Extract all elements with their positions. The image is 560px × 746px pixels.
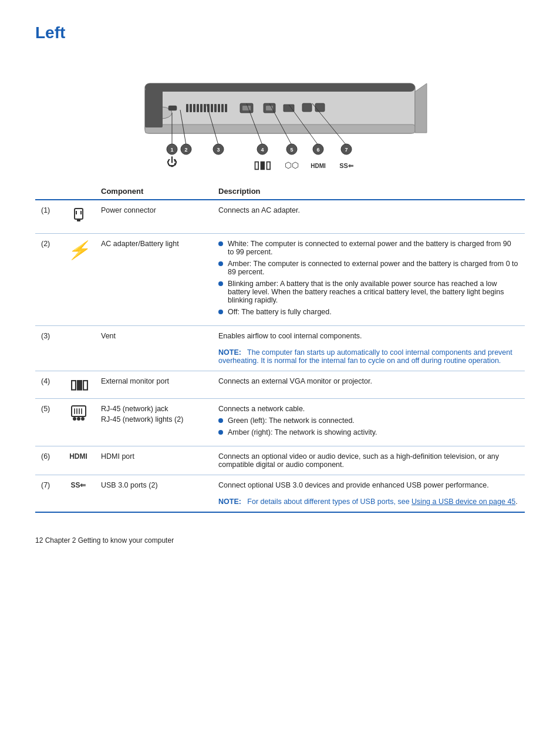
- row-num: (4): [35, 371, 62, 399]
- svg-text:⬡⬡: ⬡⬡: [285, 160, 299, 170]
- bullet-dot: [218, 418, 223, 423]
- svg-rect-15: [218, 104, 220, 112]
- bullet-dot: [218, 310, 223, 314]
- row-icon: [62, 399, 95, 446]
- usb-link[interactable]: Using a USB device on page 45: [411, 498, 515, 506]
- svg-text:SS⇐: SS⇐: [339, 162, 354, 169]
- table-row: (1) Power connector Connects an AC adapt…: [35, 200, 525, 234]
- svg-rect-7: [190, 104, 192, 112]
- svg-rect-63: [81, 408, 82, 414]
- bullet-text: Off: The battery is fully charged.: [228, 308, 332, 316]
- bullet-text: Amber (right): The network is showing ac…: [228, 428, 377, 436]
- row-description: Connects an AC adapter.: [212, 200, 525, 234]
- bullet-dot: [218, 261, 223, 266]
- svg-rect-17: [225, 104, 227, 112]
- row-description: Connects an external VGA monitor or proj…: [212, 371, 525, 399]
- table-row: (3) Vent Enables airflow to cool interna…: [35, 326, 525, 371]
- col-header-component: Component: [95, 183, 212, 200]
- component-table: Component Description (1) Power connecto…: [35, 183, 525, 513]
- svg-text:3: 3: [217, 147, 220, 153]
- usb-note-end: .: [515, 498, 517, 506]
- svg-point-57: [73, 417, 76, 421]
- row-num: (7): [35, 475, 62, 513]
- row-component: AC adapter/Battery light: [95, 234, 212, 326]
- row-component: HDMI port: [95, 446, 212, 475]
- bullet-text: Green (left): The network is connected.: [228, 416, 355, 425]
- svg-text:⏻: ⏻: [167, 156, 177, 168]
- svg-rect-6: [186, 104, 188, 112]
- svg-text:4: 4: [261, 147, 264, 153]
- rj45-jack-label: RJ-45 (network) jack: [101, 405, 207, 413]
- rj45-description: Connects a network cable.: [218, 405, 305, 413]
- row-icon: ▯▮▯: [62, 371, 95, 399]
- svg-rect-5: [168, 106, 177, 110]
- row-icon: [62, 326, 95, 371]
- vent-description: Enables airflow to cool internal compone…: [218, 332, 362, 340]
- svg-rect-61: [76, 408, 77, 414]
- row-component: Vent: [95, 326, 212, 371]
- svg-rect-62: [79, 408, 80, 414]
- row-num: (3): [35, 326, 62, 371]
- svg-text:▯▮▯: ▯▮▯: [254, 159, 271, 171]
- row-icon: [62, 200, 95, 234]
- row-description: Connect optional USB 3.0 devices and pro…: [212, 475, 525, 513]
- power-connector-icon: [70, 206, 87, 227]
- table-row: (7) SS⇐ USB 3.0 ports (2) Connect option…: [35, 475, 525, 513]
- svg-rect-11: [204, 104, 206, 112]
- row-description: Connects a network cable. Green (left): …: [212, 399, 525, 446]
- row-num: (1): [35, 200, 62, 234]
- svg-point-59: [81, 417, 85, 421]
- svg-rect-23: [302, 103, 312, 112]
- svg-text:5: 5: [290, 147, 293, 153]
- rj45-icon: [69, 415, 88, 423]
- svg-text:2: 2: [184, 147, 187, 153]
- row-num: (5): [35, 399, 62, 446]
- row-description: Enables airflow to cool internal compone…: [212, 326, 525, 371]
- svg-rect-2: [145, 125, 415, 133]
- row-num: (6): [35, 446, 62, 475]
- svg-text:HDMI: HDMI: [311, 163, 326, 169]
- row-num: (2): [35, 234, 62, 326]
- row-icon: ⚡: [62, 234, 95, 326]
- row-description: Connects an optional video or audio devi…: [212, 446, 525, 475]
- page-footer: 12 Chapter 2 Getting to know your comput…: [35, 536, 525, 545]
- svg-rect-8: [193, 104, 195, 112]
- table-row: (6) HDMI HDMI port Connects an optional …: [35, 446, 525, 475]
- svg-rect-16: [221, 104, 224, 112]
- bullet-dot: [218, 430, 223, 435]
- vga-icon: ▯▮▯: [70, 377, 87, 392]
- row-icon: HDMI: [62, 446, 95, 475]
- col-header-num: [35, 183, 62, 200]
- vent-note: NOTE: The computer fan starts up automat…: [218, 348, 512, 365]
- svg-rect-60: [74, 408, 75, 414]
- row-component: Power connector: [95, 200, 212, 234]
- svg-rect-1: [145, 83, 415, 92]
- bullet-text: White: The computer is connected to exte…: [228, 240, 519, 256]
- usb-description: Connect optional USB 3.0 devices and pro…: [218, 481, 489, 489]
- row-description: White: The computer is connected to exte…: [212, 234, 525, 326]
- row-component: RJ-45 (network) jack RJ-45 (network) lig…: [95, 399, 212, 446]
- row-icon: SS⇐: [62, 475, 95, 513]
- svg-rect-53: [77, 219, 80, 221]
- bullet-dot: [218, 281, 223, 286]
- rj45-lights-label: RJ-45 (network) lights (2): [101, 415, 207, 424]
- svg-rect-19: [242, 106, 251, 110]
- svg-point-58: [77, 417, 80, 421]
- battery-light-icon: ⚡: [68, 240, 89, 260]
- table-row: (2) ⚡ AC adapter/Battery light White: Th…: [35, 234, 525, 326]
- row-component: External monitor port: [95, 371, 212, 399]
- table-row: (4) ▯▮▯ External monitor port Connects a…: [35, 371, 525, 399]
- bullet-dot: [218, 241, 223, 246]
- svg-rect-10: [200, 104, 203, 112]
- svg-rect-13: [211, 104, 213, 112]
- svg-rect-9: [197, 104, 199, 112]
- svg-rect-22: [284, 105, 294, 112]
- svg-rect-24: [315, 103, 325, 112]
- table-row: (5): [35, 399, 525, 446]
- svg-rect-14: [214, 104, 217, 112]
- bullet-text: Blinking amber: A battery that is the on…: [228, 280, 519, 304]
- col-header-icon: [62, 183, 95, 200]
- svg-text:1: 1: [170, 147, 173, 153]
- bullet-text: Amber: The computer is connected to exte…: [228, 260, 519, 276]
- page-title: Left: [35, 23, 525, 42]
